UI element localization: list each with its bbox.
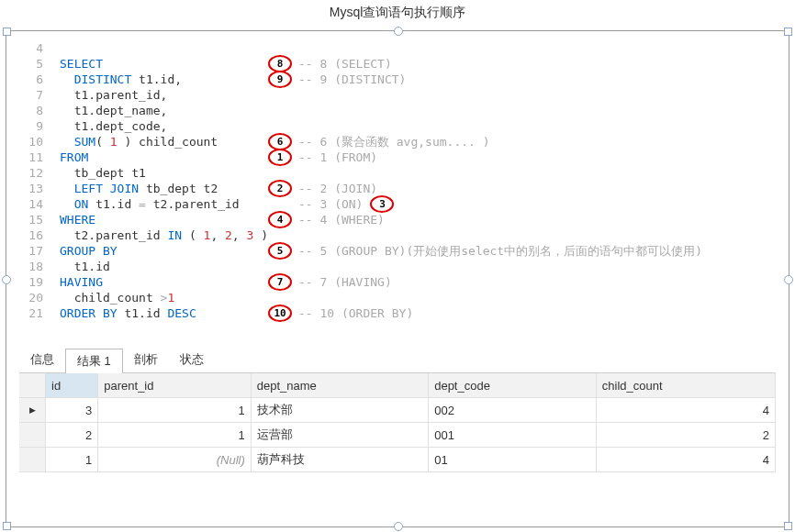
code-text: t2.parent_id IN ( 1, 2, 3 ): [60, 227, 262, 243]
line-number: 12: [6, 165, 60, 181]
code-line: 10 SUM( 1 ) child_count6-- 6 (聚合函数 avg,s…: [6, 134, 789, 150]
column-header[interactable]: dept_name: [251, 373, 428, 398]
badge-column: 4: [262, 211, 298, 228]
code-line: 6 DISTINCT t1.id,9-- 9 (DISTINCT): [6, 72, 789, 87]
column-header[interactable]: id: [46, 373, 98, 398]
line-number: 21: [6, 305, 60, 321]
code-comment: -- 3 (ON): [298, 196, 363, 212]
code-text: SELECT: [60, 56, 262, 72]
cell-dept-name: 葫芦科技: [251, 448, 428, 472]
code-line: 7 t1.parent_id,: [6, 87, 789, 103]
result-table: idparent_iddept_namedept_codechild_count…: [19, 373, 776, 472]
code-text: ON t1.id = t2.parent_id: [60, 196, 262, 212]
code-comment: -- 7 (HAVING): [298, 274, 392, 290]
tab-状态[interactable]: 状态: [169, 348, 215, 372]
resize-handle-sw[interactable]: [3, 522, 11, 530]
row-handle: [19, 448, 46, 472]
code-comment: -- 10 (ORDER BY): [298, 305, 413, 321]
cell-dept-name: 技术部: [251, 398, 428, 423]
table-row[interactable]: 1(Null)葫芦科技014: [19, 448, 776, 472]
code-text: SUM( 1 ) child_count: [60, 134, 262, 150]
line-number: 19: [6, 274, 60, 290]
badge-column: 7: [262, 273, 298, 291]
cell-id: 2: [46, 423, 98, 448]
cell-child-count: 4: [596, 398, 775, 423]
cell-child-count: 4: [596, 448, 775, 472]
code-line: 21ORDER BY t1.id DESC10-- 10 (ORDER BY): [6, 305, 789, 321]
cell-dept-code: 002: [429, 398, 597, 423]
code-line: 9 t1.dept_code,: [6, 118, 789, 134]
code-line: 5SELECT8-- 8 (SELECT): [6, 56, 789, 72]
code-text: LEFT JOIN tb_dept t2: [60, 181, 262, 196]
code-text: t1.dept_code,: [60, 118, 262, 134]
order-badge: 9: [268, 71, 292, 88]
line-number: 5: [6, 56, 60, 72]
cell-dept-code: 001: [429, 423, 597, 448]
resize-handle-s[interactable]: [394, 522, 403, 531]
code-line: 14 ON t1.id = t2.parent_id-- 3 (ON)3: [6, 196, 789, 212]
code-text: FROM: [60, 150, 262, 165]
code-comment: -- 9 (DISTINCT): [298, 72, 406, 87]
column-header[interactable]: dept_code: [429, 373, 597, 398]
content-frame: 45SELECT8-- 8 (SELECT)6 DISTINCT t1.id,9…: [6, 30, 789, 527]
code-line: 20 child_count >1: [6, 290, 789, 305]
cell-parent-id: (Null): [98, 448, 252, 472]
badge-column: 5: [262, 242, 298, 260]
line-number: 17: [6, 243, 60, 259]
line-number: 7: [6, 87, 60, 103]
table-row[interactable]: ▶31技术部0024: [19, 398, 776, 423]
cell-id: 1: [46, 448, 98, 472]
row-handle-header: [19, 373, 46, 398]
code-text: t1.id: [60, 259, 262, 274]
code-text: ORDER BY t1.id DESC: [60, 305, 262, 321]
resize-handle-se[interactable]: [784, 522, 792, 530]
order-badge: 1: [268, 149, 292, 166]
line-number: 18: [6, 259, 60, 274]
badge-column: 2: [262, 180, 298, 197]
row-handle: [19, 423, 46, 448]
badge-column: 10: [262, 305, 298, 322]
code-text: GROUP BY: [60, 243, 262, 259]
result-tabs: 信息结果 1剖析状态: [19, 348, 789, 372]
code-text: DISTINCT t1.id,: [60, 72, 262, 87]
code-text: tb_dept t1: [60, 165, 262, 181]
code-line: 15WHERE4-- 4 (WHERE): [6, 212, 789, 227]
line-number: 11: [6, 150, 60, 165]
code-text: t1.parent_id,: [60, 87, 262, 103]
code-text: child_count >1: [60, 290, 262, 305]
tab-信息[interactable]: 信息: [19, 348, 65, 372]
order-badge: 5: [268, 242, 292, 260]
line-number: 14: [6, 196, 60, 212]
code-line: 4: [6, 40, 789, 56]
code-line: 12 tb_dept t1: [6, 165, 789, 181]
code-line: 13 LEFT JOIN tb_dept t22-- 2 (JOIN): [6, 181, 789, 196]
code-comment: -- 6 (聚合函数 avg,sum.... ): [298, 134, 490, 150]
cell-dept-name: 运营部: [251, 423, 428, 448]
code-comment: -- 1 (FROM): [298, 150, 377, 165]
code-line: 18 t1.id: [6, 259, 789, 274]
code-line: 11FROM1-- 1 (FROM): [6, 150, 789, 165]
cell-child-count: 2: [596, 423, 775, 448]
cell-parent-id: 1: [98, 398, 252, 423]
row-handle: ▶: [19, 398, 46, 423]
line-number: 4: [6, 40, 60, 56]
table-row[interactable]: 21运营部0012: [19, 423, 776, 448]
order-badge: 7: [268, 273, 292, 291]
line-number: 9: [6, 118, 60, 134]
line-number: 15: [6, 212, 60, 227]
code-line: 8 t1.dept_name,: [6, 103, 789, 118]
order-badge-inline: 3: [370, 195, 394, 213]
order-badge: 10: [268, 305, 292, 322]
tab-结果 1[interactable]: 结果 1: [65, 349, 123, 373]
tab-剖析[interactable]: 剖析: [123, 348, 169, 372]
line-number: 16: [6, 227, 60, 243]
column-header[interactable]: child_count: [596, 373, 775, 398]
order-badge: 2: [268, 180, 292, 197]
code-editor: 45SELECT8-- 8 (SELECT)6 DISTINCT t1.id,9…: [6, 31, 789, 334]
column-header[interactable]: parent_id: [98, 373, 252, 398]
cell-id: 3: [46, 398, 98, 423]
order-badge: 4: [268, 211, 292, 228]
badge-column: 1: [262, 149, 298, 166]
cell-dept-code: 01: [429, 448, 597, 472]
line-number: 10: [6, 134, 60, 150]
